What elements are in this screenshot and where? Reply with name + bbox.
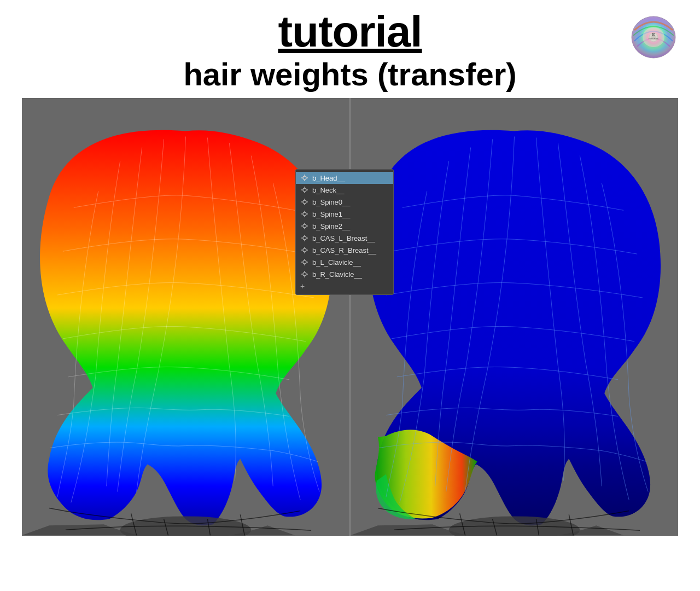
bone-icon-cas-l-breast xyxy=(300,234,309,242)
svg-point-26 xyxy=(303,188,306,192)
bone-label-spine1: b_Spine1__ xyxy=(312,210,350,218)
bone-label-cas-l-breast: b_CAS_L_Breast__ xyxy=(312,234,375,242)
bone-label-cas-r-breast: b_CAS_R_Breast__ xyxy=(312,246,376,254)
page-title: tutorial xyxy=(0,10,700,54)
bone-menu-item-cas-l-breast[interactable]: b_CAS_L_Breast__ xyxy=(296,232,393,244)
bone-menu-item-l-clavicle[interactable]: b_L_Clavicle__ xyxy=(296,256,393,268)
bone-weight-menu[interactable]: b_Head__ b_Neck__ b_Spine0__ b_Spine1__ … xyxy=(295,169,394,295)
bone-icon-cas-r-breast xyxy=(300,246,309,254)
bone-label-spine2: b_Spine2__ xyxy=(312,222,350,230)
cd-icon: 3D TUTORIAL xyxy=(629,11,678,60)
bone-icon-spine2 xyxy=(300,222,309,230)
bone-menu-item-neck[interactable]: b_Neck__ xyxy=(296,184,393,196)
bone-icon-l-clavicle xyxy=(300,258,309,266)
bone-menu-add-button[interactable]: + xyxy=(296,280,393,292)
svg-point-41 xyxy=(303,224,306,228)
bone-menu-item-spine1[interactable]: b_Spine1__ xyxy=(296,208,393,220)
svg-text:TUTORIAL: TUTORIAL xyxy=(648,37,659,40)
page-header: tutorial hair weights (transfer) xyxy=(0,0,700,98)
svg-point-36 xyxy=(303,212,306,216)
svg-point-46 xyxy=(303,236,306,240)
bone-icon-r-clavicle xyxy=(300,270,309,279)
bone-label-neck: b_Neck__ xyxy=(312,186,345,194)
bone-menu-item-r-clavicle[interactable]: b_R_Clavicle__ xyxy=(296,268,393,280)
right-panel xyxy=(351,98,678,536)
bone-icon-neck xyxy=(300,186,309,194)
bone-label-r-clavicle: b_R_Clavicle__ xyxy=(312,270,362,279)
svg-point-56 xyxy=(303,260,306,264)
bone-icon-spine1 xyxy=(300,210,309,218)
bone-label-spine0: b_Spine0__ xyxy=(312,198,350,206)
right-hair-visualization xyxy=(351,98,678,536)
bone-label-l-clavicle: b_L_Clavicle__ xyxy=(312,258,361,266)
left-hair-visualization xyxy=(22,98,349,536)
bone-icon-spine0 xyxy=(300,198,309,206)
bone-menu-item-head[interactable]: b_Head__ xyxy=(296,172,393,184)
main-content: b_Head__ b_Neck__ b_Spine0__ b_Spine1__ … xyxy=(22,98,678,536)
left-panel xyxy=(22,98,351,536)
svg-text:3D: 3D xyxy=(652,33,656,36)
bone-menu-item-cas-r-breast[interactable]: b_CAS_R_Breast__ xyxy=(296,244,393,256)
svg-point-21 xyxy=(303,176,306,179)
page-subtitle: hair weights (transfer) xyxy=(0,56,700,92)
svg-point-61 xyxy=(303,273,306,276)
bone-menu-item-spine2[interactable]: b_Spine2__ xyxy=(296,220,393,232)
svg-point-51 xyxy=(303,248,306,252)
bone-icon-head xyxy=(300,173,309,182)
svg-point-31 xyxy=(303,200,306,204)
bone-menu-item-spine0[interactable]: b_Spine0__ xyxy=(296,196,393,208)
bone-label-head: b_Head__ xyxy=(312,174,345,182)
